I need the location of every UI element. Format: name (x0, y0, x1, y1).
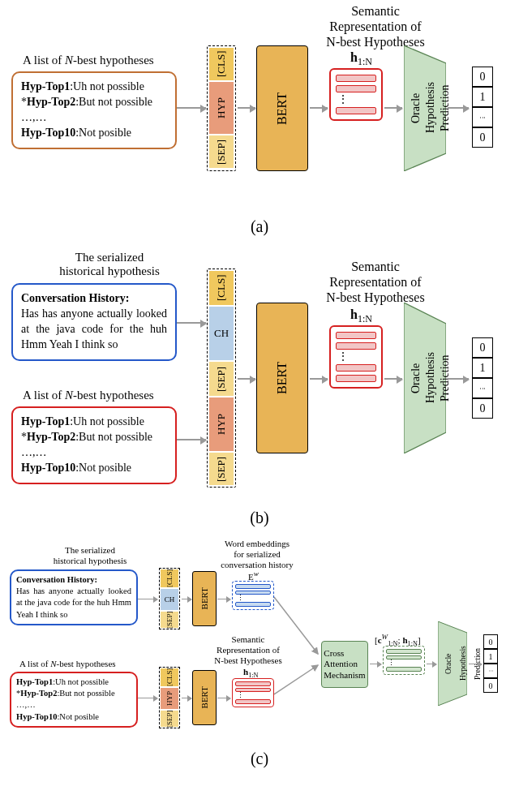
caption-a: (a) (0, 213, 519, 244)
ch-token-b: CH (209, 307, 234, 360)
diag-arrows-c (274, 584, 323, 706)
oracle-label-b: Oracle Hypothesis Prediction (409, 325, 441, 431)
caption-b: (b) (0, 504, 519, 535)
hist-box-b: Conversation History: Has has anyone act… (11, 283, 177, 361)
Ew-label-c: Ew (248, 569, 259, 582)
oracle-label-a: Oracle Hypothesis Prediction (409, 63, 441, 153)
nbest-box-b: Hyp-Top1:Uh not possible *Hyp-Top2:But n… (11, 406, 177, 484)
bert-block-a: BERT (256, 45, 308, 171)
arrow-icon (217, 698, 230, 698)
nbest-title-b: A list of N-best hypotheses (23, 389, 154, 402)
sep-token-c-top: [SEP] (161, 612, 178, 628)
cls-token-b: [CLS] (209, 271, 234, 305)
h1n-label-a: h1:N (350, 50, 372, 68)
semrep-header-b: Semantic Representation of N-best Hypoth… (307, 259, 444, 306)
svg-line-2 (274, 597, 318, 654)
arrow-icon (177, 107, 206, 109)
h1n-bars-a: ⋮ (329, 68, 383, 121)
arrow-icon (138, 599, 157, 599)
panel-a: Semantic Representation of N-best Hypoth… (0, 0, 519, 213)
output-vector-b: 0 1 ⋮ 0 (472, 337, 493, 419)
output-vector-a: 0 1 ⋮ 0 (472, 67, 493, 148)
cls-token-c-bot: [CLS] (161, 668, 178, 686)
arrow-icon (384, 107, 402, 109)
hist-title-c: The serialized historical hypothesis (45, 545, 135, 566)
arrow-icon (177, 322, 206, 324)
arrow-icon (427, 664, 436, 664)
output-vector-c: 0 1 ⋮ 0 (483, 634, 498, 693)
wordemb-header-c: Word embeddings for serialized conversat… (209, 539, 305, 571)
nbest-title-c: A list of N-best hypotheses (19, 659, 116, 668)
Ew-bars-c: ⋮ (232, 581, 274, 610)
arrow-icon (469, 664, 482, 664)
hyp-token-b: HYP (209, 397, 234, 451)
svg-line-3 (274, 665, 318, 694)
arrow-icon (238, 107, 255, 109)
oracle-label-c: Oracle Hypothesis Prediction (441, 633, 464, 694)
cross-attn-block: Cross Attention Mechanism (321, 641, 368, 688)
bert-block-b: BERT (256, 303, 308, 453)
fused-bars-c: ⋮ (383, 646, 425, 675)
caption-c: (c) (0, 745, 519, 776)
h1n-label-b: h1:N (350, 307, 372, 325)
hist-title-b: The serialized historical hypothesis (49, 251, 170, 278)
arrow-icon (448, 378, 469, 380)
panel-b: Semantic Representation of N-best Hypoth… (0, 244, 519, 504)
arrow-icon (138, 698, 157, 698)
nbest-box-a: Hyp-Top1:Uh not possible *Hyp-Top2:But n… (11, 71, 177, 149)
hyp-token-a: HYP (209, 82, 234, 134)
ch-token-c: CH (161, 589, 178, 610)
sep1-token-b: [SEP] (209, 362, 234, 396)
arrow-icon (448, 107, 469, 109)
h1n-bars-b: ⋮ (329, 325, 383, 389)
sep-token-c-bot: [SEP] (161, 711, 178, 727)
h1n-label-c: h1:N (243, 667, 259, 679)
arrow-icon (177, 439, 206, 440)
arrow-icon (217, 599, 230, 599)
sep-token-a: [SEP] (209, 135, 234, 168)
hyp-token-c: HYP (161, 688, 178, 709)
arrow-icon (370, 664, 381, 664)
arrow-icon (310, 378, 328, 380)
arrow-icon (182, 698, 191, 698)
nbest-title-a: A list of N-best hypotheses (23, 54, 154, 67)
cls-token-a: [CLS] (209, 48, 234, 80)
semrep-header-a: Semantic Representation of N-best Hypoth… (307, 3, 444, 50)
sep2-token-b: [SEP] (209, 453, 234, 485)
arrow-icon (384, 378, 402, 380)
panel-c: The serialized historical hypothesis Con… (0, 535, 519, 745)
bert-block-c-bot: BERT (192, 670, 217, 725)
nbest-box-c: Hyp-Top1:Uh not possible *Hyp-Top2:But n… (10, 672, 138, 728)
arrow-icon (238, 378, 255, 380)
arrow-icon (310, 107, 328, 109)
bert-block-c-top: BERT (192, 571, 217, 626)
cls-token-c-top: [CLS] (161, 569, 178, 587)
arrow-icon (182, 599, 191, 599)
hist-box-c: Conversation History: Has has anyone act… (10, 569, 138, 625)
h1n-bars-c: ⋮ (232, 678, 274, 707)
